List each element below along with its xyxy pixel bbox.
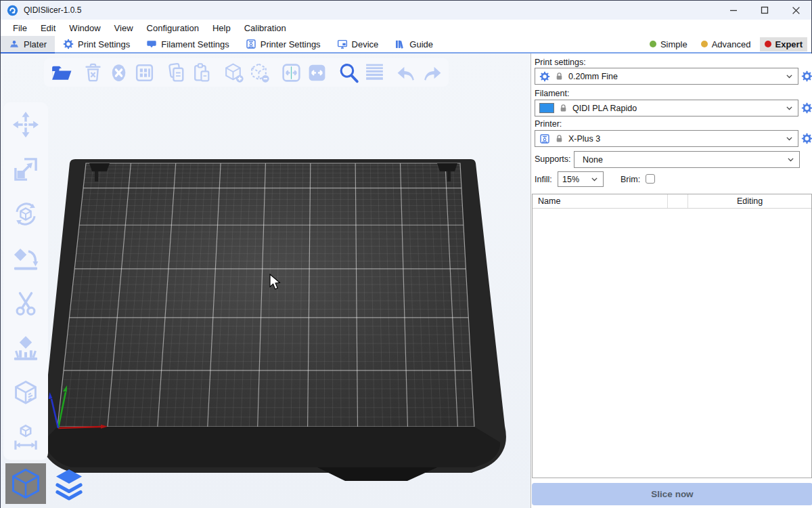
menu-configuration[interactable]: Configuration bbox=[140, 20, 206, 36]
tab-print-settings[interactable]: Print Settings bbox=[55, 36, 138, 52]
lock-icon bbox=[555, 134, 564, 143]
printer-combo[interactable]: X-Plus 3 bbox=[535, 130, 798, 147]
brim-checkbox[interactable] bbox=[646, 174, 655, 184]
redo-button[interactable] bbox=[419, 60, 445, 85]
filament-icon bbox=[146, 39, 157, 49]
measure-button[interactable] bbox=[11, 423, 41, 452]
cube-3d-icon bbox=[8, 466, 43, 501]
scale-icon bbox=[12, 155, 40, 184]
advanced-mode-dot-icon bbox=[701, 41, 708, 47]
device-icon bbox=[337, 39, 348, 49]
chevron-down-icon bbox=[785, 104, 794, 112]
mode-simple[interactable]: Simple bbox=[645, 37, 692, 51]
filament-gear-button[interactable] bbox=[801, 102, 812, 114]
menu-window[interactable]: Window bbox=[62, 20, 107, 36]
plater-icon bbox=[9, 39, 20, 49]
tab-device[interactable]: Device bbox=[329, 36, 387, 52]
split-objects-icon bbox=[280, 62, 302, 84]
menu-calibration[interactable]: Calibration bbox=[238, 20, 293, 36]
print-settings-label: Print settings: bbox=[535, 58, 586, 67]
menu-bar: File Edit Window View Configuration Help… bbox=[1, 20, 811, 36]
settings-sidebar: Print settings: 0.20mm Fine Filament: QI… bbox=[531, 54, 812, 508]
chevron-down-icon bbox=[785, 134, 794, 143]
delete-button[interactable] bbox=[80, 60, 106, 85]
app-logo-icon bbox=[7, 5, 18, 16]
filament-combo[interactable]: QIDI PLA Rapido bbox=[535, 100, 798, 117]
split-to-parts-button[interactable] bbox=[304, 60, 330, 85]
tab-printer-settings[interactable]: Printer Settings bbox=[238, 36, 329, 52]
variable-layer-height-button[interactable] bbox=[361, 60, 387, 85]
menu-help[interactable]: Help bbox=[206, 20, 238, 36]
chevron-down-icon bbox=[785, 72, 794, 81]
supports-label: Supports: bbox=[535, 154, 571, 164]
move-icon bbox=[12, 110, 40, 139]
supports-combo[interactable]: None bbox=[574, 151, 800, 168]
printer-icon bbox=[246, 39, 256, 49]
place-on-face-icon bbox=[12, 245, 40, 273]
minimize-button[interactable] bbox=[718, 1, 749, 20]
delete-all-icon bbox=[108, 62, 130, 84]
tab-plater[interactable]: Plater bbox=[1, 36, 55, 52]
filament-label: Filament: bbox=[535, 89, 569, 98]
arrange-button[interactable] bbox=[131, 60, 157, 85]
print-settings-combo[interactable]: 0.20mm Fine bbox=[535, 68, 798, 85]
menu-edit[interactable]: Edit bbox=[34, 20, 62, 36]
viewport-toolbar bbox=[44, 58, 449, 87]
remove-instance-button[interactable] bbox=[246, 60, 272, 85]
object-list-table[interactable]: Name Editing bbox=[532, 194, 812, 478]
mode-selector: Simple Advanced Expert bbox=[645, 36, 811, 52]
paint-supports-button[interactable] bbox=[11, 334, 41, 362]
menu-view[interactable]: View bbox=[108, 20, 140, 36]
title-bar: QIDISlicer-1.0.5 bbox=[1, 1, 811, 20]
tab-bar: Plater Print Settings Filament Settings … bbox=[1, 36, 811, 54]
delete-all-button[interactable] bbox=[106, 60, 131, 85]
scale-button[interactable] bbox=[11, 155, 41, 184]
copy-icon bbox=[165, 62, 187, 84]
gear-icon bbox=[63, 39, 74, 49]
arrange-icon bbox=[133, 62, 156, 84]
paste-button[interactable] bbox=[189, 60, 215, 85]
rotate-button[interactable] bbox=[11, 200, 41, 228]
simple-mode-dot-icon bbox=[650, 41, 656, 47]
lock-icon bbox=[559, 104, 568, 112]
rotate-icon bbox=[12, 200, 40, 228]
fuzzy-skin-button[interactable] bbox=[11, 379, 41, 407]
3d-editor-view-button[interactable] bbox=[5, 463, 46, 504]
printer-gear-button[interactable] bbox=[801, 133, 812, 144]
split-to-objects-button[interactable] bbox=[278, 60, 304, 85]
chevron-down-icon bbox=[590, 175, 599, 184]
mode-advanced[interactable]: Advanced bbox=[696, 37, 756, 51]
menu-file[interactable]: File bbox=[6, 20, 34, 36]
view-toggle-group bbox=[5, 463, 89, 504]
add-instance-icon bbox=[223, 62, 245, 84]
tab-filament-settings[interactable]: Filament Settings bbox=[138, 36, 237, 52]
gear-icon bbox=[539, 71, 550, 82]
mode-expert[interactable]: Expert bbox=[760, 37, 807, 51]
bed-front bbox=[47, 427, 501, 467]
print-bed-scene bbox=[1, 54, 531, 508]
move-button[interactable] bbox=[11, 110, 41, 139]
print-settings-gear-button[interactable] bbox=[801, 70, 812, 82]
measure-icon bbox=[12, 423, 40, 452]
layers-preview-icon bbox=[51, 466, 87, 501]
3d-viewport[interactable] bbox=[1, 54, 531, 508]
search-button[interactable] bbox=[336, 60, 361, 85]
lock-icon bbox=[555, 72, 564, 81]
maximize-button[interactable] bbox=[749, 1, 780, 20]
guide-icon bbox=[394, 39, 405, 49]
open-button[interactable] bbox=[48, 60, 74, 85]
add-instance-button[interactable] bbox=[221, 60, 246, 85]
tab-guide[interactable]: Guide bbox=[386, 36, 441, 52]
place-on-face-button[interactable] bbox=[11, 245, 41, 273]
column-header-name: Name bbox=[533, 194, 668, 208]
object-list-header: Name Editing bbox=[533, 194, 811, 209]
object-manipulation-toolbar bbox=[3, 102, 48, 460]
infill-combo[interactable]: 15% bbox=[558, 171, 604, 187]
slice-now-button[interactable]: Slice now bbox=[532, 483, 812, 505]
copy-button[interactable] bbox=[163, 60, 189, 85]
brim-label: Brim: bbox=[621, 175, 640, 184]
undo-button[interactable] bbox=[393, 60, 419, 85]
close-button[interactable] bbox=[780, 1, 811, 20]
cut-button[interactable] bbox=[11, 289, 41, 318]
preview-view-button[interactable] bbox=[49, 463, 89, 504]
